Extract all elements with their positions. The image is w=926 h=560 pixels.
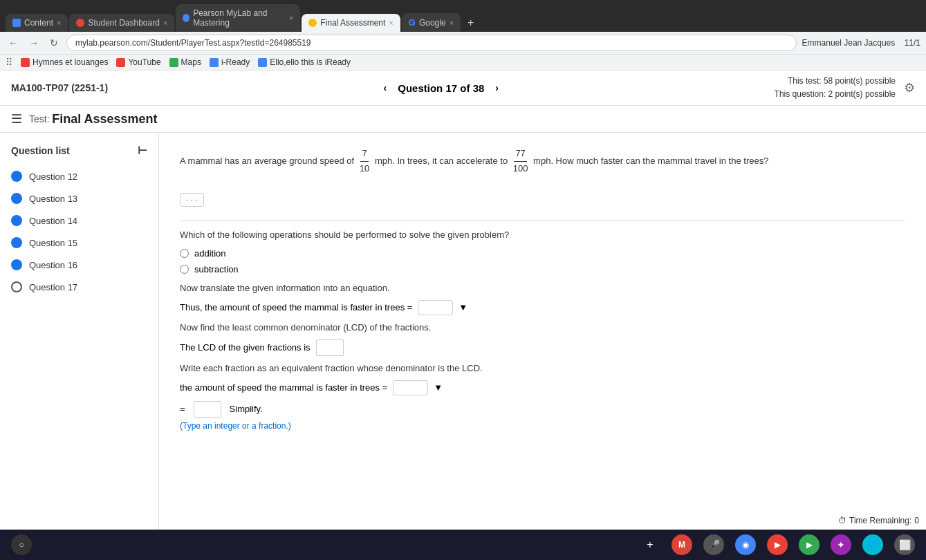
expand-button[interactable]: · · · — [180, 193, 204, 207]
label-addition[interactable]: addition — [194, 248, 226, 259]
question-area: A mammal has an average ground speed of … — [159, 133, 926, 554]
radio-subtraction[interactable] — [180, 265, 189, 274]
tab-final-assessment[interactable]: Final Assessment × — [302, 14, 400, 32]
mic-icon: 🎤 — [708, 539, 720, 550]
test-name: Final Assessment — [52, 112, 157, 127]
taskbar-chrome[interactable]: ◉ — [735, 534, 756, 555]
equation-dropdown[interactable]: 77/100 7/10 7/100 — [418, 300, 453, 315]
lcd-input[interactable] — [316, 339, 344, 356]
tab-student-dashboard[interactable]: Student Dashboard × — [69, 14, 174, 32]
label-subtraction[interactable]: subtraction — [194, 264, 239, 274]
tree-fraction: 77 100 — [512, 147, 530, 176]
intro-text: A mammal has an average ground speed of — [180, 156, 354, 166]
sidebar-label-q17: Question 17 — [29, 282, 77, 292]
operations-question: Which of the following operations should… — [180, 230, 905, 240]
taskbar-plus[interactable]: + — [640, 534, 660, 555]
url-input[interactable] — [66, 35, 797, 51]
lcd-label: The LCD of the given fractions is — [180, 342, 311, 353]
taskbar-earth[interactable]: 🌐 — [862, 534, 883, 555]
refresh-button[interactable]: ↻ — [47, 36, 61, 50]
tab-close-content[interactable]: × — [57, 19, 61, 27]
tab-google[interactable]: G Google × — [402, 13, 461, 32]
sidebar-item-q17[interactable]: Question 17 — [0, 276, 158, 298]
sidebar-item-q12[interactable]: Question 12 — [0, 165, 158, 187]
bookmark-iready[interactable]: i-Ready — [210, 57, 250, 67]
back-button[interactable]: ← — [6, 36, 21, 50]
simplify-input[interactable] — [194, 401, 221, 418]
tab-content[interactable]: Content × — [6, 14, 68, 32]
bookmark-maps[interactable]: Maps — [169, 57, 201, 67]
bookmark-icon-ello — [258, 58, 267, 67]
taskbar-search[interactable]: ○ — [11, 534, 32, 555]
tab-label-student: Student Dashboard — [88, 18, 159, 28]
bookmark-hymnes[interactable]: Hymnes et louanges — [21, 57, 108, 67]
sidebar-item-q15[interactable]: Question 15 — [0, 232, 158, 254]
tab-pearson[interactable]: Pearson MyLab and Mastering × — [176, 4, 300, 32]
forward-button[interactable]: → — [26, 36, 41, 50]
type-hint: (Type an integer or a fraction.) — [180, 421, 291, 431]
bookmark-icon-maps — [169, 58, 178, 67]
speed-numerator: 7 — [360, 147, 368, 162]
bookmark-label-iready: i-Ready — [221, 57, 250, 67]
next-question-button[interactable]: › — [495, 82, 499, 93]
taskbar-star[interactable]: ✦ — [831, 534, 851, 555]
sidebar-label-q12: Question 12 — [29, 171, 77, 182]
taskbar-youtube[interactable]: ▶ — [767, 534, 788, 555]
write-dropdown[interactable]: 77/100 7/10 — [393, 380, 428, 395]
taskbar-play[interactable]: ▶ — [799, 534, 819, 555]
radio-q16 — [11, 259, 22, 270]
menu-icon[interactable]: ☰ — [11, 111, 22, 127]
tab-icon-content — [12, 19, 21, 27]
sidebar-item-q16[interactable]: Question 16 — [0, 254, 158, 276]
youtube-icon: ▶ — [775, 540, 781, 550]
speed-denominator: 10 — [358, 162, 371, 176]
tab-bar: Content × Student Dashboard × Pearson My… — [0, 0, 926, 32]
test-label: Test: — [29, 113, 50, 124]
intro-middle: mph. In trees, it can accelerate to — [375, 156, 508, 166]
sidebar-item-q14[interactable]: Question 14 — [0, 209, 158, 232]
chrome-icon: ◉ — [742, 540, 749, 550]
lcd-text: Now find the least common denominator (L… — [180, 322, 905, 333]
radio-q12 — [11, 171, 22, 182]
apps-icon[interactable]: ⠿ — [6, 57, 12, 68]
option-addition-row: addition — [180, 248, 905, 259]
sidebar-label-q16: Question 16 — [29, 260, 77, 270]
play-icon: ▶ — [806, 540, 813, 550]
intro-end: mph. How much faster can the mammal trav… — [533, 156, 768, 166]
time-label: Time Remaining: — [849, 516, 911, 525]
bookmark-icon-youtube — [116, 58, 125, 67]
question-counter: Question 17 of 38 — [398, 82, 484, 94]
taskbar-mic[interactable]: 🎤 — [703, 534, 724, 555]
taskbar-screen[interactable]: ⬜ — [894, 534, 915, 555]
tab-close-final[interactable]: × — [389, 19, 393, 27]
tab-close-pearson[interactable]: × — [289, 14, 293, 22]
prev-question-button[interactable]: ‹ — [384, 82, 387, 93]
plus-icon: + — [647, 539, 653, 551]
settings-icon[interactable]: ⚙ — [904, 80, 915, 95]
dropdown-arrow-icon: ▼ — [459, 302, 467, 312]
radio-addition[interactable] — [180, 249, 189, 258]
radio-q14 — [11, 215, 22, 226]
sidebar-item-q13[interactable]: Question 13 — [0, 187, 158, 209]
equals-sign: = — [180, 404, 185, 414]
option-subtraction-row: subtraction — [180, 264, 905, 274]
taskbar-gmail[interactable]: M — [672, 534, 692, 555]
tab-label-google: Google — [419, 18, 446, 28]
tab-close-google[interactable]: × — [450, 19, 454, 27]
tab-close-student[interactable]: × — [163, 19, 167, 27]
search-circle-icon: ○ — [19, 540, 24, 550]
bookmark-label-ello: Ello,ello this is iReady — [270, 57, 351, 67]
bookmark-youtube[interactable]: YouTube — [116, 57, 160, 67]
course-title: MA100-TP07 (2251-1) — [11, 82, 108, 93]
bookmark-icon-iready — [210, 58, 219, 67]
radio-q17 — [11, 281, 22, 292]
bookmark-ello[interactable]: Ello,ello this is iReady — [258, 57, 351, 67]
tab-icon-pearson — [183, 14, 189, 22]
tab-label-content: Content — [24, 18, 53, 28]
star-icon: ✦ — [837, 539, 845, 550]
test-title-bar: ☰ Test: Final Assessment — [0, 106, 926, 133]
collapse-icon[interactable]: ⊢ — [138, 144, 147, 157]
new-tab-button[interactable]: + — [462, 14, 479, 32]
question-nav: ‹ Question 17 of 38 › — [384, 82, 499, 94]
sidebar-label-q15: Question 15 — [29, 238, 77, 248]
